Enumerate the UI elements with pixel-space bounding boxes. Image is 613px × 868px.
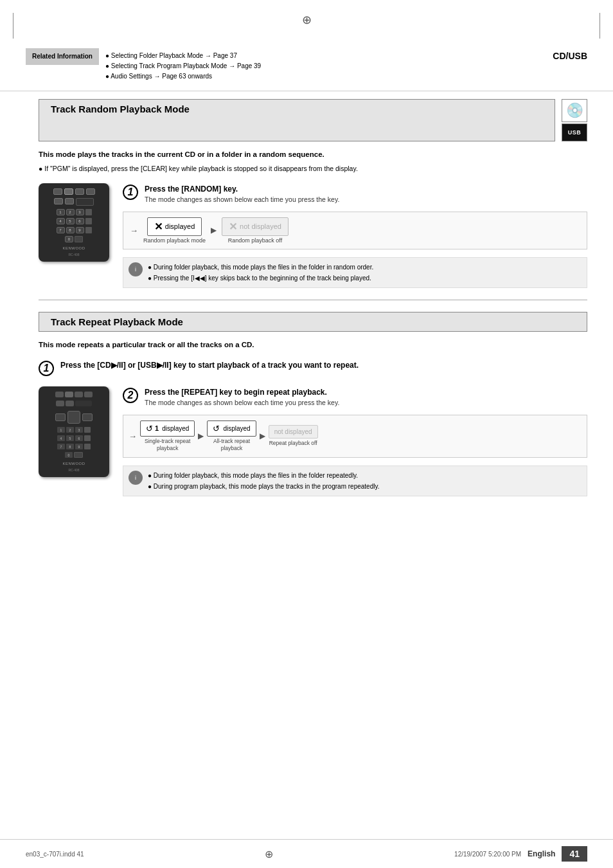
remote2-center-btn — [67, 411, 80, 424]
footer-page-number-text: 41 — [569, 849, 580, 859]
random-note-2: ● Pressing the [I◀◀] key skips back to t… — [148, 273, 373, 284]
remote2-n7: 7 — [57, 444, 65, 449]
remote2-lcd — [75, 401, 92, 406]
remote1-side-btn3 — [85, 227, 92, 233]
repeat-state3: not displayed Repeat playback off — [269, 425, 318, 447]
random-state1: ✕ displayed Random playback mode — [143, 217, 206, 244]
remote2-n6: 6 — [75, 435, 83, 441]
usb-icon: USB — [562, 123, 587, 141]
related-info-block: Related Information ● Selecting Folder P… — [26, 48, 267, 84]
track-random-title: Track Random Playback Mode — [51, 104, 190, 114]
related-info-list: ● Selecting Folder Playback Mode → Page … — [99, 48, 267, 84]
remote2-btn3 — [75, 392, 83, 397]
remote1-n1: 1 — [57, 209, 65, 215]
page-footer: en03_c-707i.indd 41 ⊕ 12/19/2007 5:20:00… — [0, 839, 613, 868]
remote1-n0: 0 — [65, 236, 73, 242]
repeat-step2-sub-text: The mode changes as shown below each tim… — [145, 398, 339, 408]
remote2-side3 — [84, 444, 91, 449]
random-state2-caption: Random playback off — [228, 237, 282, 244]
repeat-mode-diagram: → ↺ 1 displayed Single-track repeat play… — [123, 415, 587, 458]
remote2-n4: 4 — [57, 435, 65, 441]
repeat-note-1: ● During folder playback, this mode play… — [148, 470, 379, 481]
cd-icon: 💿 — [562, 99, 587, 122]
remote2-row2 — [56, 401, 92, 406]
page-container: ⊕ Related Information ● Selecting Folder… — [0, 0, 613, 868]
remote1-lcd — [76, 198, 94, 206]
footer-page-number: 41 — [562, 846, 587, 862]
related-info-title-text: Related Information — [32, 53, 93, 60]
section-divider — [39, 300, 587, 300]
remote1-brand: KENWOOD — [62, 246, 85, 250]
repeat-step2-main-text: Press the [REPEAT] key to begin repeat p… — [145, 386, 339, 398]
remote2-top-row — [55, 392, 93, 397]
random-state2: ✕ not displayed Random playback off — [222, 217, 289, 244]
repeat-notes-list: ● During folder playback, this mode play… — [148, 470, 379, 492]
repeat-state3-box: not displayed — [269, 425, 318, 439]
repeat-step1-text: Press the [CD▶/II] or [USB▶/II] key to s… — [60, 359, 359, 371]
repeat-state1: ↺ 1 displayed Single-track repeat playba… — [140, 420, 195, 452]
remote2-row4: 1 2 3 — [57, 427, 91, 433]
repeat-all-icon: ↺ — [213, 424, 220, 433]
remote2-row5: 4 5 6 — [57, 435, 91, 441]
top-crosshair-area: ⊕ — [0, 0, 613, 48]
remote1-r2b1 — [54, 198, 63, 204]
track-random-title-box: Track Random Playback Mode — [39, 99, 555, 141]
random-x-inactive-icon: ✕ — [229, 221, 237, 233]
remote2-btn4 — [84, 392, 93, 397]
repeat-step2-area: 1 2 3 4 5 6 7 8 — [39, 386, 587, 496]
remote2-n3: 3 — [75, 427, 83, 433]
repeat-state2: ↺ displayed All-track repeat playback — [207, 420, 256, 452]
random-note-1: ● During folder playback, this mode play… — [148, 262, 373, 273]
track-random-header: Track Random Playback Mode 💿 USB — [39, 99, 587, 141]
remote-control-2-wrapper: 1 2 3 4 5 6 7 8 — [39, 386, 112, 477]
remote2-r2b2 — [66, 401, 74, 406]
remote2-row7: 0 — [65, 452, 83, 458]
track-repeat-section: Track Repeat Playback Mode This mode rep… — [39, 312, 587, 496]
related-info-item-1: ● Selecting Folder Playback Mode → Page … — [105, 51, 261, 61]
remote1-model: RC-408 — [68, 253, 79, 257]
step1-number: 1 — [123, 185, 138, 200]
repeat-step2-row: 2 Press the [REPEAT] key to begin repeat… — [123, 386, 587, 408]
footer-crosshair: ⊕ — [265, 848, 273, 860]
vert-line-right — [600, 13, 600, 39]
repeat-state2-label: displayed — [223, 425, 250, 432]
remote1-n7: 7 — [57, 227, 65, 233]
remote1-btn3 — [75, 188, 84, 195]
track-repeat-description: This mode repeats a particular track or … — [39, 339, 587, 350]
random-state1-caption: Random playback mode — [143, 237, 206, 244]
repeat-state3-caption: Repeat playback off — [269, 440, 317, 447]
repeat-state2-box: ↺ displayed — [207, 420, 256, 437]
step1-main-text: Press the [RANDOM] key. — [145, 183, 339, 195]
remote1-row2 — [54, 198, 94, 206]
remote2-n5: 5 — [66, 435, 74, 441]
remote1-btn1 — [53, 188, 62, 195]
repeat-diag-arrow-mid1: ▶ — [198, 431, 204, 440]
remote2-side1 — [84, 427, 91, 433]
repeat-notes-box: i ● During folder playback, this mode pl… — [123, 466, 587, 496]
repeat-diag-arrow-mid2: ▶ — [260, 431, 265, 440]
repeat-step2-text-area: Press the [REPEAT] key to begin repeat p… — [145, 386, 339, 408]
related-info-item-3: ● Audio Settings → Page 63 onwards — [105, 71, 261, 82]
repeat-step2-content: 2 Press the [REPEAT] key to begin repeat… — [123, 386, 587, 496]
remote1-row5: 7 8 9 — [57, 227, 92, 233]
remote1-top-row — [53, 188, 95, 195]
random-state2-box: ✕ not displayed — [222, 217, 289, 236]
random-notes-list: ● During folder playback, this mode play… — [148, 262, 373, 284]
footer-datetime: 12/19/2007 5:20:00 PM — [454, 851, 521, 858]
repeat-diag-arrow-start: → — [129, 431, 137, 441]
random-x-active-icon: ✕ — [154, 221, 163, 233]
remote2-clr — [74, 452, 83, 458]
remote2-brand: KENWOOD — [62, 462, 85, 466]
footer-left: en03_c-707i.indd 41 — [26, 851, 84, 858]
remote2-row6: 7 8 9 — [57, 444, 91, 449]
remote1-n5: 5 — [66, 218, 75, 224]
remote1-btn4 — [86, 188, 95, 195]
track-random-step1-content: 1 Press the [RANDOM] key. The mode chang… — [123, 183, 587, 288]
step1-row: 1 Press the [RANDOM] key. The mode chang… — [123, 183, 587, 205]
header-section: Related Information ● Selecting Folder P… — [0, 48, 613, 91]
remote-control-1: 1 2 3 4 5 6 7 8 9 — [39, 183, 109, 262]
repeat-state1-box: ↺ 1 displayed — [140, 420, 195, 437]
footer-right: 12/19/2007 5:20:00 PM English 41 — [454, 846, 587, 862]
remote2-n0: 0 — [65, 452, 73, 458]
remote2-n2: 2 — [66, 427, 74, 433]
